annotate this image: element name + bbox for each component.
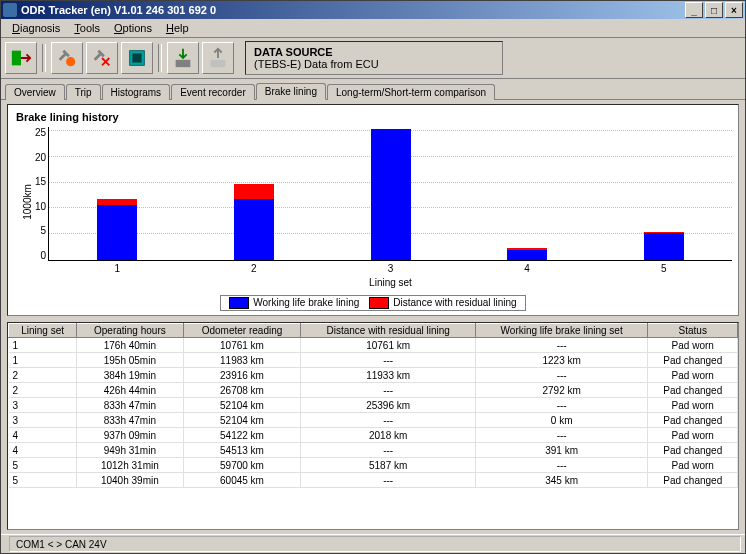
toolbar: DATA SOURCE (TEBS-E) Data from ECU xyxy=(1,38,745,79)
column-header[interactable]: Distance with residual lining xyxy=(301,324,475,338)
table-cell: 1 xyxy=(9,338,77,353)
y-tick: 25 xyxy=(35,127,46,138)
menu-help[interactable]: Help xyxy=(159,21,196,35)
data-table-wrap[interactable]: Lining setOperating hoursOdometer readin… xyxy=(7,322,739,530)
table-cell: 3 xyxy=(9,413,77,428)
bar-residual xyxy=(234,184,274,198)
legend-swatch-red xyxy=(369,297,389,309)
disconnect-button[interactable] xyxy=(86,42,118,74)
svg-rect-3 xyxy=(132,53,141,62)
table-cell: 4 xyxy=(9,443,77,458)
toolbar-separator xyxy=(158,44,162,72)
titlebar[interactable]: ODR Tracker (en) V1.01 246 301 692 0 _ □… xyxy=(1,1,745,19)
bar-working-life xyxy=(234,199,274,260)
y-tick: 5 xyxy=(35,225,46,236)
table-cell: 59700 km xyxy=(183,458,301,473)
column-header[interactable]: Lining set xyxy=(9,324,77,338)
table-cell: --- xyxy=(301,473,475,488)
status-connection: COM1 < > CAN 24V xyxy=(9,536,741,552)
table-cell: Pad worn xyxy=(648,458,738,473)
table-cell: 937h 09min xyxy=(77,428,183,443)
x-tick: 3 xyxy=(388,263,394,274)
table-cell: --- xyxy=(301,353,475,368)
connect-button[interactable] xyxy=(51,42,83,74)
table-cell: 5187 km xyxy=(301,458,475,473)
table-row[interactable]: 4937h 09min54122 km2018 km---Pad worn xyxy=(9,428,738,443)
chart-title: Brake lining history xyxy=(16,111,732,123)
table-row[interactable]: 2384h 19min23916 km11933 km---Pad worn xyxy=(9,368,738,383)
table-cell: 195h 05min xyxy=(77,353,183,368)
table-row[interactable]: 51012h 31min59700 km5187 km---Pad worn xyxy=(9,458,738,473)
bar-group xyxy=(634,232,694,260)
table-cell: --- xyxy=(301,443,475,458)
column-header[interactable]: Status xyxy=(648,324,738,338)
table-cell: 10761 km xyxy=(183,338,301,353)
datasource-box: DATA SOURCE (TEBS-E) Data from ECU xyxy=(245,41,503,75)
table-row[interactable]: 3833h 47min52104 km25396 km---Pad worn xyxy=(9,398,738,413)
table-row[interactable]: 51040h 39min60045 km---345 kmPad changed xyxy=(9,473,738,488)
table-row[interactable]: 3833h 47min52104 km---0 kmPad changed xyxy=(9,413,738,428)
column-header[interactable]: Working life brake lining set xyxy=(475,324,648,338)
table-cell: 2 xyxy=(9,368,77,383)
table-cell: 26708 km xyxy=(183,383,301,398)
table-cell: --- xyxy=(475,428,648,443)
table-cell: --- xyxy=(475,458,648,473)
tab-histograms[interactable]: Histograms xyxy=(102,84,171,100)
app-icon xyxy=(3,3,17,17)
column-header[interactable]: Operating hours xyxy=(77,324,183,338)
table-cell: --- xyxy=(301,413,475,428)
chart-body: 1000km 2520151050 Lining set 12345 xyxy=(14,127,732,277)
table-cell: 10761 km xyxy=(301,338,475,353)
menu-options[interactable]: Options xyxy=(107,21,159,35)
table-cell: Pad changed xyxy=(648,353,738,368)
table-cell: 1012h 31min xyxy=(77,458,183,473)
x-tick: 1 xyxy=(115,263,121,274)
legend-item-working-life: Working life brake lining xyxy=(229,297,359,309)
table-cell: 833h 47min xyxy=(77,398,183,413)
x-tick: 4 xyxy=(524,263,530,274)
table-cell: 54122 km xyxy=(183,428,301,443)
table-cell: 833h 47min xyxy=(77,413,183,428)
minimize-button[interactable]: _ xyxy=(685,2,703,18)
table-cell: 11983 km xyxy=(183,353,301,368)
tab-overview[interactable]: Overview xyxy=(5,84,65,100)
table-cell: 11933 km xyxy=(301,368,475,383)
table-row[interactable]: 2426h 44min26708 km---2792 kmPad changed xyxy=(9,383,738,398)
bar-group xyxy=(497,248,557,260)
exit-button[interactable] xyxy=(5,42,37,74)
column-header[interactable]: Odometer reading xyxy=(183,324,301,338)
table-cell: 3 xyxy=(9,398,77,413)
legend-swatch-blue xyxy=(229,297,249,309)
tab-trip[interactable]: Trip xyxy=(66,84,101,100)
read-ecu-button[interactable] xyxy=(121,42,153,74)
table-cell: 426h 44min xyxy=(77,383,183,398)
status-bar: COM1 < > CAN 24V xyxy=(1,534,745,553)
bar-working-life xyxy=(644,233,684,260)
datasource-label: DATA SOURCE xyxy=(254,46,494,58)
table-cell: 25396 km xyxy=(301,398,475,413)
menu-diagnosis[interactable]: Diagnosis xyxy=(5,21,67,35)
table-cell: 2018 km xyxy=(301,428,475,443)
svg-point-1 xyxy=(66,57,75,66)
tab-longterm[interactable]: Long-term/Short-term comparison xyxy=(327,84,495,100)
bar-group xyxy=(87,199,147,260)
maximize-button[interactable]: □ xyxy=(705,2,723,18)
legend-item-residual: Distance with residual lining xyxy=(369,297,516,309)
upload-button[interactable] xyxy=(202,42,234,74)
tab-bar: Overview Trip Histograms Event recorder … xyxy=(1,79,745,100)
svg-rect-4 xyxy=(176,60,191,67)
toolbar-separator xyxy=(42,44,46,72)
table-cell: 4 xyxy=(9,428,77,443)
close-button[interactable]: × xyxy=(725,2,743,18)
menu-tools[interactable]: Tools xyxy=(67,21,107,35)
download-button[interactable] xyxy=(167,42,199,74)
table-row[interactable]: 4949h 31min54513 km---391 kmPad changed xyxy=(9,443,738,458)
data-table: Lining setOperating hoursOdometer readin… xyxy=(8,323,738,488)
table-row[interactable]: 1195h 05min11983 km---1223 kmPad changed xyxy=(9,353,738,368)
table-cell: 345 km xyxy=(475,473,648,488)
table-cell: --- xyxy=(475,368,648,383)
tab-event-recorder[interactable]: Event recorder xyxy=(171,84,255,100)
table-cell: 60045 km xyxy=(183,473,301,488)
table-row[interactable]: 1176h 40min10761 km10761 km---Pad worn xyxy=(9,338,738,353)
tab-brake-lining[interactable]: Brake lining xyxy=(256,83,326,100)
